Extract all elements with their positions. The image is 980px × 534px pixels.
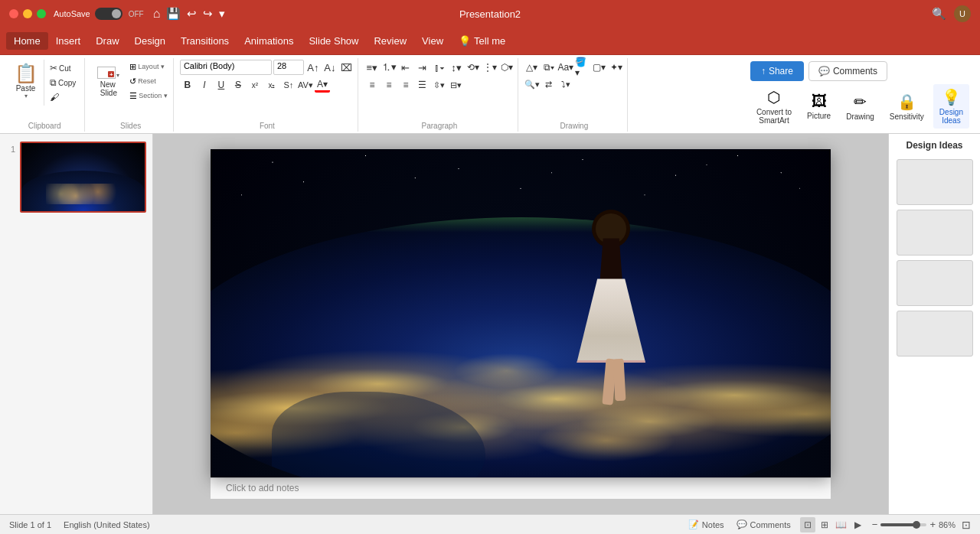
find-button[interactable]: 🔍▾	[524, 77, 540, 92]
bold-button[interactable]: B	[180, 77, 195, 93]
copy-button[interactable]: ⧉ Copy	[47, 76, 78, 90]
character-spacing-button[interactable]: AV▾	[298, 77, 313, 93]
paste-dropdown-arrow[interactable]: ▾	[24, 93, 28, 99]
notes-bar[interactable]: Click to add notes	[211, 477, 831, 499]
numbering-button[interactable]: ⒈▾	[381, 60, 397, 75]
design-ideas-button[interactable]: 💡 DesignIdeas	[933, 84, 969, 129]
paste-button[interactable]: 📋 Paste ▾	[8, 60, 44, 106]
shape-fill-button[interactable]: 🪣▾	[575, 60, 590, 75]
zoom-level[interactable]: 86%	[939, 520, 956, 529]
design-idea-4[interactable]	[897, 311, 973, 357]
section-button[interactable]: ☰ Section ▾	[127, 89, 170, 103]
menu-insert[interactable]: Insert	[48, 32, 89, 50]
normal-view-button[interactable]: ⊡	[800, 517, 815, 532]
convert-smartart-button[interactable]: ⬡ Convert toSmartArt	[750, 84, 798, 129]
menu-transitions[interactable]: Transitions	[173, 32, 237, 50]
font-family-selector[interactable]: Calibri (Body)	[180, 60, 272, 75]
menu-tell-me[interactable]: 💡 Tell me	[451, 32, 513, 50]
subscript-button[interactable]: x₂	[264, 77, 279, 93]
underline-button[interactable]: U	[214, 77, 229, 93]
redo-icon[interactable]: ↪	[203, 7, 213, 21]
menu-slideshow[interactable]: Slide Show	[301, 32, 366, 50]
paste-label: Paste	[16, 84, 36, 93]
new-slide-button[interactable]: + ▾ NewSlide	[91, 60, 126, 104]
fit-slide-button[interactable]: ⊡	[962, 519, 971, 531]
quick-styles-button[interactable]: Aa▾	[558, 60, 573, 75]
notes-icon: 📝	[688, 519, 699, 529]
paste-side-buttons: ✂ Cut ⧉ Copy 🖌	[44, 60, 81, 106]
new-slide-dropdown-arrow[interactable]: ▾	[116, 72, 119, 79]
align-left-button[interactable]: ≡	[364, 77, 380, 93]
more-actions-icon[interactable]: ▾	[219, 7, 225, 21]
share-button[interactable]: ↑ Share	[750, 61, 804, 81]
align-right-button[interactable]: ≡	[398, 77, 413, 93]
align-text-box-button[interactable]: ⊟▾	[449, 77, 464, 93]
strikethrough-button[interactable]: S	[230, 77, 246, 93]
slide-canvas[interactable]	[211, 149, 831, 477]
reading-view-button[interactable]: 📖	[834, 517, 849, 532]
menu-view[interactable]: View	[414, 32, 451, 50]
shapes-button[interactable]: △▾	[524, 60, 540, 75]
smartart-convert-button[interactable]: ⬡▾	[499, 60, 514, 75]
notes-status-button[interactable]: 📝 Notes	[685, 518, 727, 531]
design-idea-2[interactable]	[897, 210, 973, 256]
text-color-button[interactable]: A▾	[315, 77, 330, 93]
vertical-spacing-button[interactable]: ⇳▾	[432, 77, 447, 93]
slide-thumbnail[interactable]	[20, 142, 146, 213]
shape-outline-button[interactable]: ▢▾	[592, 60, 607, 75]
ribbon-group-font: Calibri (Body) 28 A↑ A↓ ⌧ B I U S x² x₂ …	[177, 58, 358, 132]
replace-button[interactable]: ⇄	[541, 77, 557, 92]
slideshow-view-button[interactable]: ▶	[851, 517, 866, 532]
superscript-button[interactable]: x²	[247, 77, 263, 93]
autosave-toggle[interactable]	[95, 8, 122, 20]
zoom-out-button[interactable]: −	[872, 519, 878, 530]
justify-button[interactable]: ☰	[415, 77, 430, 93]
increase-font-button[interactable]: A↑	[305, 60, 321, 75]
clear-format-button[interactable]: ⌧	[339, 60, 354, 75]
select-button[interactable]: ⤵▾	[558, 77, 573, 92]
search-icon[interactable]: 🔍	[932, 7, 946, 21]
menu-review[interactable]: Review	[366, 32, 414, 50]
columns-button[interactable]: ⫿▾	[432, 60, 447, 75]
design-idea-1[interactable]	[897, 159, 973, 205]
profile-avatar[interactable]: U	[954, 5, 971, 22]
comments-button[interactable]: 💬 Comments	[808, 61, 887, 81]
bullets-button[interactable]: ≡▾	[364, 60, 380, 75]
maximize-button[interactable]	[37, 9, 46, 18]
align-text-button[interactable]: ⋮▾	[482, 60, 498, 75]
menu-animations[interactable]: Animations	[237, 32, 301, 50]
text-shadow-button[interactable]: S↑	[281, 77, 296, 93]
comments-status-button[interactable]: 💬 Comments	[733, 518, 794, 531]
line-spacing-button[interactable]: ↕▾	[449, 60, 464, 75]
app-title: Presentation2	[459, 8, 521, 20]
shapes-area: △▾ ⧉▾ Aa▾ 🪣▾ ▢▾ ✦▾ 🔍▾ ⇄ ⤵▾	[524, 60, 624, 92]
format-painter-button[interactable]: 🖌	[47, 90, 78, 104]
slide-sorter-button[interactable]: ⊞	[817, 517, 832, 532]
drawing-button[interactable]: ✏ Drawing	[840, 84, 880, 129]
arrange-button[interactable]: ⧉▾	[541, 60, 557, 75]
cut-button[interactable]: ✂ Cut	[47, 61, 78, 75]
font-size-selector[interactable]: 28	[273, 60, 304, 75]
close-button[interactable]	[9, 9, 18, 18]
menu-design[interactable]: Design	[127, 32, 173, 50]
align-center-button[interactable]: ≡	[381, 77, 397, 93]
home-icon[interactable]: ⌂	[153, 7, 161, 21]
save-icon[interactable]: 💾	[166, 7, 181, 21]
zoom-in-button[interactable]: +	[929, 519, 936, 530]
increase-indent-button[interactable]: ⇥	[415, 60, 430, 75]
minimize-button[interactable]	[23, 9, 32, 18]
reset-button[interactable]: ↺ Reset	[127, 74, 170, 88]
italic-button[interactable]: I	[197, 77, 212, 93]
menu-draw[interactable]: Draw	[88, 32, 126, 50]
decrease-indent-button[interactable]: ⇤	[398, 60, 413, 75]
shape-effects-button[interactable]: ✦▾	[609, 60, 624, 75]
sensitivity-button[interactable]: 🔒 Sensitivity	[884, 84, 930, 129]
layout-button[interactable]: ⊞ Layout ▾	[127, 60, 170, 73]
decrease-font-button[interactable]: A↓	[322, 60, 338, 75]
undo-icon[interactable]: ↩	[187, 7, 197, 21]
picture-button[interactable]: 🖼 Picture	[801, 84, 837, 129]
menu-home[interactable]: Home	[6, 32, 48, 50]
design-idea-3[interactable]	[897, 260, 973, 306]
text-direction-button[interactable]: ⟲▾	[466, 60, 481, 75]
zoom-slider[interactable]	[880, 523, 926, 526]
